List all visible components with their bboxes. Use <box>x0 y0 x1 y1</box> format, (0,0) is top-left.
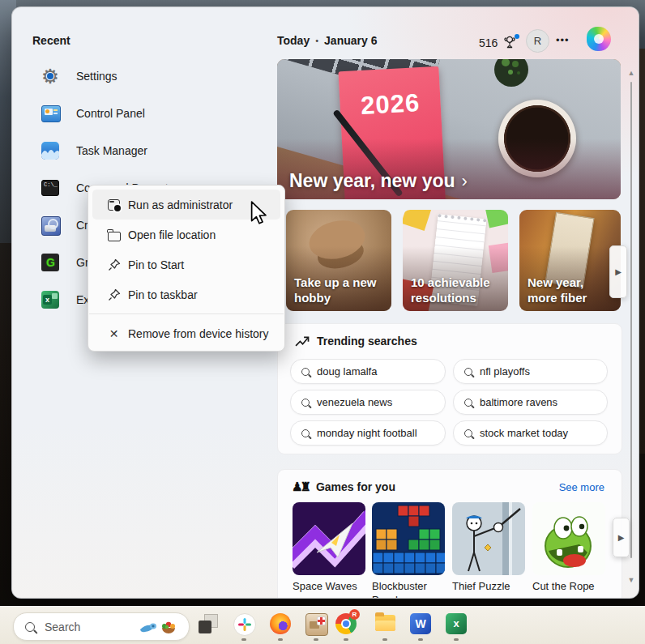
file-explorer-icon[interactable] <box>375 615 395 631</box>
space-waves-image <box>293 502 365 575</box>
slack-icon[interactable] <box>233 613 256 636</box>
context-menu: Run as administrator Open file location … <box>88 185 285 352</box>
game-tile-cut-the-rope[interactable] <box>532 502 605 575</box>
see-more-link[interactable]: See more <box>559 481 604 493</box>
taskbar: R W x <box>0 606 645 644</box>
rewards-trophy-icon <box>502 35 519 51</box>
menu-item-run-as-administrator[interactable]: Run as administrator <box>92 190 280 220</box>
blockbuster-image <box>372 502 445 575</box>
hero-title: New year, new you <box>289 170 455 192</box>
games-for-you-card: ♟♜ Games for you See more <box>277 469 622 599</box>
yoga-mat-image <box>139 620 158 634</box>
excel-icon: x <box>41 290 60 309</box>
game-name: Cut the Rope <box>532 580 607 594</box>
trending-up-icon <box>295 335 310 348</box>
chevron-right-icon: › <box>462 171 468 192</box>
running-indicator <box>241 638 246 641</box>
trending-chip[interactable]: nfl playoffs <box>453 359 608 384</box>
games-section-title: Games for you <box>316 480 395 493</box>
running-indicator <box>382 638 387 641</box>
recent-item-task-manager[interactable]: Task Manager <box>28 136 263 165</box>
trending-chip[interactable]: baltimore ravens <box>453 390 608 415</box>
copilot-icon[interactable] <box>587 27 611 51</box>
game-tile-thief-puzzle[interactable] <box>452 502 525 575</box>
settings-gear-icon: ⚙ <box>41 66 60 86</box>
trending-chip[interactable]: venezuela news <box>290 390 446 415</box>
menu-item-pin-to-start[interactable]: Pin to Start <box>92 249 280 279</box>
card-title: 10 achievable resolutions <box>411 275 502 305</box>
search-flyout-panel: Recent ⚙ Settings Control Panel Task Man… <box>11 6 639 599</box>
folder-icon <box>107 228 121 241</box>
card-10-achievable-resolutions[interactable]: 10 achievable resolutions <box>403 210 508 311</box>
play-arrow-icon: ▶ <box>615 267 622 276</box>
firefox-icon[interactable] <box>270 613 291 634</box>
cut-the-rope-image <box>532 502 605 575</box>
game-name: Space Waves <box>293 580 367 594</box>
search-input[interactable] <box>43 620 135 634</box>
chess-pieces-icon: ♟♜ <box>292 480 309 494</box>
menu-item-remove-from-device-history[interactable]: ✕ Remove from device history <box>92 318 280 348</box>
play-arrow-icon: ▶ <box>618 533 625 542</box>
scrollbar-up-arrow[interactable]: ▲ <box>625 69 638 77</box>
running-indicator <box>418 638 423 641</box>
trending-section-title: Trending searches <box>317 335 417 348</box>
recent-item-control-panel[interactable]: Control Panel <box>28 99 263 128</box>
rewards-counter[interactable]: 516 <box>479 35 519 51</box>
card-title: New year, more fiber <box>528 275 614 305</box>
search-icon <box>25 622 35 632</box>
date-label: January 6 <box>324 34 377 47</box>
task-manager-icon <box>41 141 60 160</box>
task-view-icon[interactable] <box>198 613 219 634</box>
run-as-admin-icon <box>107 198 121 211</box>
today-label: Today <box>277 34 310 47</box>
search-icon <box>464 429 472 437</box>
running-indicator <box>344 638 348 641</box>
today-header: Today • January 6 <box>277 34 377 47</box>
card-title: Take up a new hobby <box>294 275 385 305</box>
chrome-notification-badge: R <box>349 609 360 620</box>
search-icon <box>464 368 472 376</box>
control-panel-icon <box>41 104 60 123</box>
game-tile-blockbuster[interactable] <box>372 502 445 575</box>
word-icon[interactable]: W <box>410 613 431 634</box>
game-name: Thief Puzzle <box>452 580 527 594</box>
greenshot-icon: G <box>41 253 60 272</box>
game-name: Blockbuster Puzzle <box>372 580 446 599</box>
rewards-points: 516 <box>479 36 498 49</box>
trending-chip[interactable]: monday night football <box>290 420 446 446</box>
trending-searches-card: Trending searches doug lamalfa nfl playo… <box>277 323 622 454</box>
menu-item-pin-to-taskbar[interactable]: Pin to taskbar <box>92 279 280 309</box>
trending-chip[interactable]: doug lamalfa <box>290 359 446 384</box>
vegetable-basket-image <box>160 619 177 635</box>
card-new-year-more-fiber[interactable]: New year, more fiber <box>519 210 621 311</box>
game-tile-space-waves[interactable] <box>293 502 365 575</box>
search-icon <box>301 399 310 407</box>
crystaldiskinfo-icon <box>41 215 60 235</box>
scrollbar-track[interactable] <box>630 82 632 558</box>
account-avatar[interactable]: R <box>526 29 549 53</box>
scrollbar-down-arrow[interactable]: ▼ <box>625 576 638 584</box>
recent-item-settings[interactable]: ⚙ Settings <box>28 62 263 91</box>
trending-chip[interactable]: stock market today <box>453 420 608 446</box>
pin-icon <box>107 258 121 271</box>
chrome-icon[interactable]: R <box>335 613 357 634</box>
search-icon <box>301 429 310 437</box>
search-icon <box>301 368 310 376</box>
pin-icon <box>107 288 121 301</box>
excel-taskbar-icon[interactable]: x <box>446 613 467 634</box>
hero-card-new-year[interactable]: 2026 New year, new you › <box>277 59 621 199</box>
hero-year: 2026 <box>340 87 442 122</box>
running-indicator <box>278 638 283 641</box>
cards-next-arrow-button[interactable]: ▶ <box>609 245 627 298</box>
games-next-arrow-button[interactable]: ▶ <box>613 518 630 557</box>
close-icon: ✕ <box>107 326 121 340</box>
running-indicator <box>454 638 459 641</box>
rewards-notification-dot <box>515 34 519 39</box>
running-indicator <box>314 638 318 641</box>
installer-icon[interactable] <box>305 613 328 636</box>
card-take-up-a-new-hobby[interactable]: Take up a new hobby <box>286 210 391 311</box>
recent-section-title: Recent <box>32 34 70 47</box>
menu-item-open-file-location[interactable]: Open file location <box>92 220 280 249</box>
taskbar-search-box[interactable] <box>13 612 190 641</box>
more-options-icon[interactable]: ••• <box>556 34 570 46</box>
